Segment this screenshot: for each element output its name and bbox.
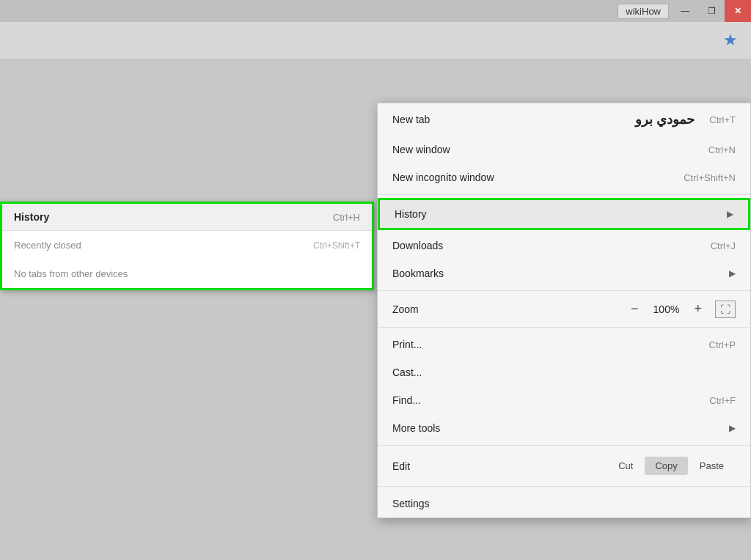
edit-row: Edit Cut Copy Paste	[378, 449, 750, 483]
print-item[interactable]: Print... Ctrl+P	[378, 331, 750, 358]
arabic-text: حمودي برو	[635, 111, 695, 128]
find-shortcut: Ctrl+F	[709, 395, 736, 406]
downloads-label: Downloads	[392, 240, 443, 251]
cast-item[interactable]: Cast...	[378, 358, 750, 386]
cast-label: Cast...	[392, 366, 422, 378]
divider-3	[378, 327, 750, 328]
downloads-item[interactable]: Downloads Ctrl+J	[378, 232, 750, 259]
new-window-label: New window	[392, 144, 450, 155]
new-incognito-shortcut: Ctrl+Shift+N	[684, 172, 736, 183]
bookmarks-label: Bookmarks	[392, 268, 444, 279]
window-controls: wikiHow — ❐ ✕	[618, 0, 751, 22]
no-tabs-item[interactable]: No tabs from other devices	[2, 259, 372, 288]
copy-button[interactable]: Copy	[645, 457, 687, 475]
print-label: Print...	[392, 339, 422, 350]
divider-2	[378, 290, 750, 291]
zoom-controls: − 100% + ⛶	[626, 300, 736, 318]
more-tools-label: More tools	[392, 422, 440, 434]
print-shortcut: Ctrl+P	[709, 339, 736, 350]
history-item[interactable]: History ▶	[378, 198, 750, 230]
minimize-button[interactable]: —	[672, 0, 698, 22]
divider-1	[378, 194, 750, 195]
zoom-plus-button[interactable]: +	[689, 300, 706, 318]
recently-closed-item[interactable]: Recently closed Ctrl+Shift+T	[2, 231, 372, 259]
bookmarks-item[interactable]: Bookmarks ▶	[378, 259, 750, 287]
fullscreen-button[interactable]: ⛶	[715, 301, 736, 318]
new-incognito-item[interactable]: New incognito window Ctrl+Shift+N	[378, 163, 750, 191]
new-tab-label: New tab	[392, 114, 430, 125]
history-submenu-header: History Ctrl+H	[2, 204, 372, 231]
zoom-value: 100%	[651, 303, 681, 315]
history-header-shortcut: Ctrl+H	[333, 212, 360, 223]
edit-label: Edit	[392, 460, 607, 472]
new-incognito-label: New incognito window	[392, 172, 494, 183]
more-tools-arrow-icon: ▶	[729, 423, 736, 433]
find-label: Find...	[392, 394, 421, 406]
browser-toolbar: ★	[0, 22, 751, 59]
history-header-label: History	[14, 211, 49, 223]
settings-item[interactable]: Settings	[378, 490, 750, 517]
wikihow-label: wikiHow	[618, 4, 669, 19]
zoom-minus-button[interactable]: −	[626, 300, 643, 318]
new-window-shortcut: Ctrl+N	[708, 144, 736, 155]
new-tab-shortcut: Ctrl+T	[709, 114, 736, 125]
zoom-label: Zoom	[392, 303, 618, 315]
context-menu: New tab حمودي برو Ctrl+T New window Ctrl…	[377, 103, 751, 518]
new-tab-item[interactable]: New tab حمودي برو Ctrl+T	[378, 103, 750, 136]
paste-button[interactable]: Paste	[688, 456, 736, 476]
title-bar: wikiHow — ❐ ✕	[0, 0, 751, 22]
history-arrow-icon: ▶	[727, 209, 733, 219]
divider-4	[378, 445, 750, 446]
recently-closed-label: Recently closed	[14, 240, 81, 251]
browser-content: History Ctrl+H Recently closed Ctrl+Shif…	[0, 59, 751, 560]
zoom-row: Zoom − 100% + ⛶	[378, 294, 750, 324]
no-tabs-label: No tabs from other devices	[14, 268, 128, 279]
settings-label: Settings	[392, 498, 430, 509]
history-submenu: History Ctrl+H Recently closed Ctrl+Shif…	[0, 202, 374, 290]
bookmark-star-icon[interactable]: ★	[723, 31, 738, 50]
bookmarks-arrow-icon: ▶	[729, 268, 736, 279]
cut-button[interactable]: Cut	[607, 456, 645, 476]
divider-5	[378, 486, 750, 487]
restore-button[interactable]: ❐	[698, 0, 725, 22]
downloads-shortcut: Ctrl+J	[711, 240, 736, 251]
recently-closed-shortcut: Ctrl+Shift+T	[313, 240, 360, 251]
history-label: History	[395, 208, 427, 220]
more-tools-item[interactable]: More tools ▶	[378, 414, 750, 442]
find-item[interactable]: Find... Ctrl+F	[378, 386, 750, 414]
new-window-item[interactable]: New window Ctrl+N	[378, 136, 750, 163]
close-button[interactable]: ✕	[725, 0, 751, 22]
